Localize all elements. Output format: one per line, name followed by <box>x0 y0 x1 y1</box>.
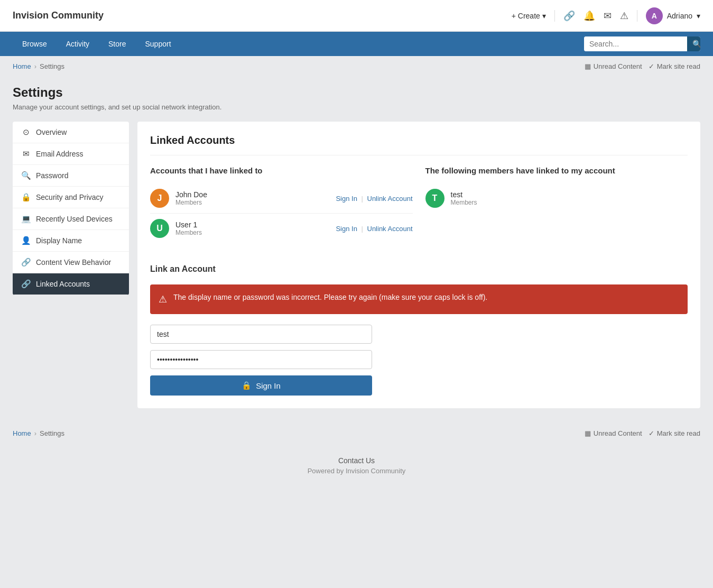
sidebar-item-email-address[interactable]: ✉ Email Address <box>13 143 129 165</box>
nav-links: Browse Activity Store Support <box>13 33 181 54</box>
sign-in-label: Sign In <box>256 381 281 390</box>
linked-accounts-icon: 🔗 <box>21 279 31 289</box>
sidebar-item-overview[interactable]: ⊙ Overview <box>13 122 129 143</box>
content-title: Linked Accounts <box>150 134 688 155</box>
avatar: A <box>646 7 663 24</box>
mail-icon[interactable]: ✉ <box>604 10 612 22</box>
breadcrumb-actions: ▦ Unread Content ✓ Mark site read <box>585 62 700 70</box>
contact-us-link[interactable]: Contact Us <box>11 456 702 465</box>
account-details-user1: User 1 Members <box>175 221 202 236</box>
unread-label: Unread Content <box>594 62 642 70</box>
password-field[interactable] <box>150 350 372 369</box>
nav-search: 🔍 <box>584 36 700 51</box>
table-row: T test Members <box>425 183 688 213</box>
user-dropdown-icon: ▾ <box>697 12 700 20</box>
breadcrumb: Home › Settings <box>13 62 64 70</box>
link-icon[interactable]: 🔗 <box>563 10 575 22</box>
mark-site-read-link[interactable]: ✓ Mark site read <box>649 62 700 70</box>
email-icon: ✉ <box>21 149 31 159</box>
nav-browse[interactable]: Browse <box>13 33 57 54</box>
user-menu[interactable]: A Adriano ▾ <box>646 7 700 24</box>
sidebar-item-password[interactable]: 🔍 Password <box>13 165 129 187</box>
sign-in-button[interactable]: 🔒 Sign In <box>150 375 372 396</box>
section2-title: The following members have linked to my … <box>425 166 688 175</box>
mark-site-read-link-bottom[interactable]: ✓ Mark site read <box>649 429 700 437</box>
nav-activity[interactable]: Activity <box>57 33 99 54</box>
sidebar-item-label: Linked Accounts <box>36 280 90 288</box>
breadcrumb-bottom: Home › Settings <box>13 429 64 437</box>
password-field-group <box>150 350 688 369</box>
search-button[interactable]: 🔍 <box>687 36 700 51</box>
breadcrumb-home[interactable]: Home <box>13 62 31 70</box>
bell-icon[interactable]: 🔔 <box>584 10 595 22</box>
unread-label-bottom: Unread Content <box>594 429 642 437</box>
error-icon: ⚠ <box>159 292 167 307</box>
site-logo: Invision Community <box>13 10 104 21</box>
breadcrumb-actions-bottom: ▦ Unread Content ✓ Mark site read <box>585 429 700 437</box>
account-role: Members <box>175 199 207 206</box>
username-field-group <box>150 325 688 344</box>
overview-icon: ⊙ <box>21 127 31 137</box>
account-actions-john: Sign In | Unlink Account <box>336 195 412 203</box>
sidebar-item-display-name[interactable]: 👤 Display Name <box>13 230 129 252</box>
breadcrumb-current: Settings <box>40 62 64 70</box>
nav-store[interactable]: Store <box>99 33 135 54</box>
content-area: Linked Accounts Accounts that I have lin… <box>137 122 700 408</box>
account-details-test: test Members <box>451 190 477 206</box>
warning-icon[interactable]: ⚠ <box>620 10 628 22</box>
search-input[interactable] <box>584 36 687 51</box>
account-role: Members <box>451 199 477 206</box>
error-alert: ⚠ The display name or password was incor… <box>150 284 688 314</box>
unread-icon: ▦ <box>585 62 591 70</box>
username-field[interactable] <box>150 325 372 344</box>
sidebar-item-label: Recently Used Devices <box>36 215 113 223</box>
username-label: Adriano <box>667 12 692 20</box>
mark-icon-bottom: ✓ <box>649 429 654 437</box>
account-info-john: J John Doe Members <box>150 189 207 208</box>
unread-icon-bottom: ▦ <box>585 429 591 437</box>
header-icons: 🔗 🔔 ✉ ⚠ <box>554 10 637 22</box>
link-account-title: Link an Account <box>150 260 688 274</box>
account-details-john: John Doe Members <box>175 190 207 206</box>
accounts-linked-to-section: Accounts that I have linked to J John Do… <box>150 166 413 243</box>
action-separator: | <box>362 225 365 233</box>
nav-support[interactable]: Support <box>136 33 181 54</box>
table-row: J John Doe Members Sign In | Unlink Acco… <box>150 183 413 214</box>
content-view-icon: 🔗 <box>21 258 31 267</box>
table-row: U User 1 Members Sign In | Unlink Accoun… <box>150 214 413 243</box>
unread-content-link[interactable]: ▦ Unread Content <box>585 62 642 70</box>
account-actions-user1: Sign In | Unlink Account <box>336 225 412 233</box>
devices-icon: 💻 <box>21 214 31 224</box>
sign-in-link[interactable]: Sign In <box>336 225 357 233</box>
sidebar-item-label: Display Name <box>36 236 82 245</box>
avatar-john: J <box>150 189 169 208</box>
unlink-account-link[interactable]: Unlink Account <box>367 195 413 203</box>
site-footer: Contact Us Powered by Invision Community <box>0 446 713 485</box>
sidebar-item-linked-accounts[interactable]: 🔗 Linked Accounts <box>13 273 129 295</box>
mark-label-bottom: Mark site read <box>657 429 700 437</box>
unlink-account-link[interactable]: Unlink Account <box>367 225 413 233</box>
breadcrumb-home-bottom[interactable]: Home <box>13 429 31 437</box>
sidebar-item-content-view-behavior[interactable]: 🔗 Content View Behavior <box>13 252 129 273</box>
page-subtitle: Manage your account settings, and set up… <box>13 103 700 111</box>
sidebar-item-label: Content View Behavior <box>36 258 111 267</box>
unread-content-link-bottom[interactable]: ▦ Unread Content <box>585 429 642 437</box>
header-actions: + Create ▾ 🔗 🔔 ✉ ⚠ A Adriano ▾ <box>512 7 700 24</box>
nav-bar: Browse Activity Store Support 🔍 <box>0 32 713 56</box>
sidebar-item-recently-used-devices[interactable]: 💻 Recently Used Devices <box>13 208 129 230</box>
sidebar-item-label: Security and Privacy <box>36 193 104 201</box>
breadcrumb-sep: › <box>34 62 36 70</box>
account-name: John Doe <box>175 190 207 199</box>
sign-in-link[interactable]: Sign In <box>336 195 357 203</box>
error-message: The display name or password was incorre… <box>173 292 487 303</box>
account-role: Members <box>175 229 202 236</box>
action-separator: | <box>362 195 365 203</box>
mark-icon: ✓ <box>649 62 654 70</box>
create-button[interactable]: + Create ▾ <box>512 12 546 20</box>
accounts-linked-from-section: The following members have linked to my … <box>425 166 688 243</box>
sidebar-item-security-privacy[interactable]: 🔒 Security and Privacy <box>13 187 129 208</box>
account-info-user1: U User 1 Members <box>150 219 202 238</box>
sidebar-item-label: Email Address <box>36 150 83 158</box>
sidebar: ⊙ Overview ✉ Email Address 🔍 Password 🔒 … <box>13 122 129 295</box>
account-info-test: T test Members <box>425 189 477 208</box>
